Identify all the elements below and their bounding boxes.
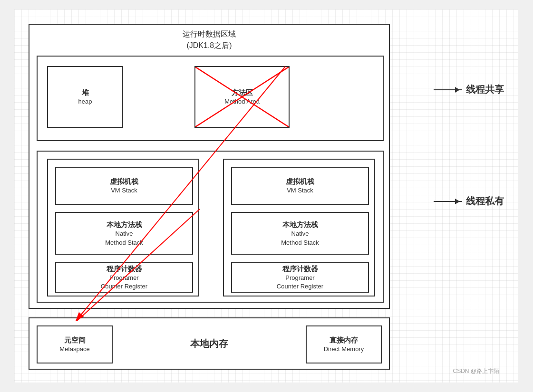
private-threads-box: 虚拟机栈 VM Stack 本地方法栈 NativeMethod Stack 程… [37, 151, 384, 303]
heap-label-cn: 堆 [82, 87, 89, 97]
vm-stack-right-en: VM Stack [287, 186, 313, 195]
vm-stack-left-box: 虚拟机栈 VM Stack [55, 167, 193, 205]
heap-box: 堆 heap [47, 66, 123, 128]
metaspace-label-cn: 元空间 [64, 335, 86, 345]
thread-column-right: 虚拟机栈 VM Stack 本地方法栈 NativeMethod Stack 程… [223, 159, 375, 296]
counter-right-box: 程序计数器 ProgramerCounter Register [231, 262, 369, 293]
private-arrow-icon [434, 201, 462, 202]
counter-left-en: ProgramerCounter Register [101, 274, 147, 291]
vm-stack-left-cn: 虚拟机栈 [110, 176, 138, 186]
private-annotation-text: 线程私有 [466, 195, 504, 208]
counter-right-en: ProgramerCounter Register [277, 274, 323, 291]
shared-box: 堆 heap 方法区 Method Area [37, 56, 384, 141]
watermark: CSDN @路上卞陌 [453, 367, 499, 375]
main-canvas: 运行时数据区域 (JDK1.8之后) 堆 heap 方法区 Method Are… [14, 10, 518, 382]
annotation-private: 线程私有 [434, 195, 504, 208]
runtime-box: 运行时数据区域 (JDK1.8之后) 堆 heap 方法区 Method Are… [29, 24, 390, 309]
method-area-box: 方法区 Method Area [194, 66, 290, 128]
direct-memory-label-cn: 直接内存 [329, 335, 358, 345]
annotation-shared: 线程共享 [434, 83, 504, 96]
native-stack-right-en: NativeMethod Stack [281, 229, 319, 247]
native-memory-box: 元空间 Metaspace 本地内存 直接内存 Direct Memory [29, 317, 390, 370]
native-stack-left-box: 本地方法栈 NativeMethod Stack [55, 212, 193, 255]
counter-right-cn: 程序计数器 [282, 264, 318, 274]
method-area-label-cn: 方法区 [232, 87, 253, 97]
native-stack-left-en: NativeMethod Stack [105, 229, 143, 247]
counter-left-cn: 程序计数器 [107, 264, 142, 274]
vm-stack-right-box: 虚拟机栈 VM Stack [231, 167, 369, 205]
shared-annotation-text: 线程共享 [466, 83, 504, 96]
native-memory-label: 本地内存 [190, 337, 228, 350]
heap-label-en: heap [78, 97, 92, 106]
counter-left-box: 程序计数器 ProgramerCounter Register [55, 262, 193, 293]
vm-stack-right-cn: 虚拟机栈 [286, 176, 314, 186]
method-area-label-en: Method Area [224, 97, 260, 106]
native-stack-right-cn: 本地方法栈 [282, 220, 318, 229]
native-stack-right-box: 本地方法栈 NativeMethod Stack [231, 212, 369, 255]
metaspace-box: 元空间 Metaspace [37, 325, 113, 363]
native-stack-left-cn: 本地方法栈 [107, 220, 142, 229]
shared-arrow-icon [434, 89, 462, 90]
metaspace-label-en: Metaspace [59, 345, 90, 354]
runtime-title-cn: 运行时数据区域 [29, 29, 389, 40]
direct-memory-box: 直接内存 Direct Memory [306, 325, 382, 363]
thread-column-left: 虚拟机栈 VM Stack 本地方法栈 NativeMethod Stack 程… [47, 159, 199, 296]
runtime-title: 运行时数据区域 (JDK1.8之后) [29, 25, 389, 51]
direct-memory-label-en: Direct Memory [324, 345, 364, 354]
runtime-title-sub: (JDK1.8之后) [29, 40, 389, 51]
vm-stack-left-en: VM Stack [111, 186, 137, 195]
